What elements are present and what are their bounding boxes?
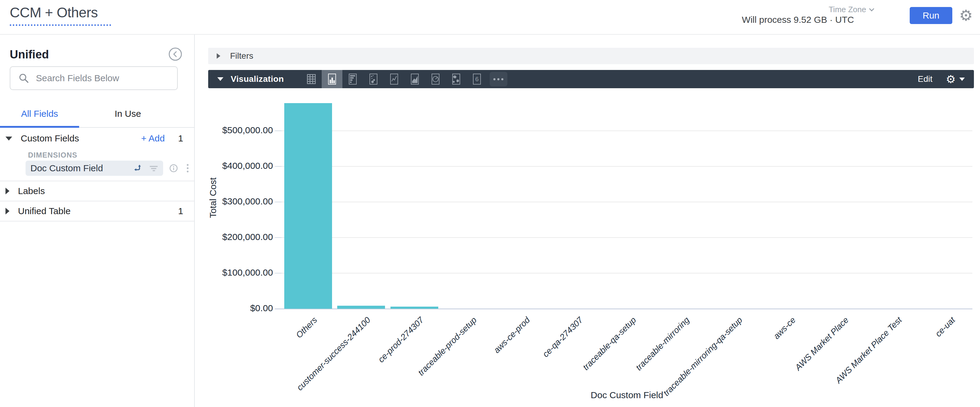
caret-right-icon [5,188,10,194]
caret-down-icon[interactable] [217,77,223,81]
viz-type-map-icon[interactable] [446,70,466,88]
caret-down-icon[interactable] [959,78,965,81]
collapse-sidebar-button[interactable] [168,47,183,62]
caret-right-icon [5,208,10,215]
visualization-label: Visualization [231,74,284,84]
gridline [282,237,972,238]
y-axis-tick-mark [275,273,282,273]
custom-field-row: Doc Custom Field [25,161,189,176]
chart-type-strip: 6 [301,70,508,88]
gridline [282,202,972,202]
section-labels[interactable]: Labels [0,181,194,201]
section-custom-fields[interactable]: Custom Fields + Add 1 [0,128,194,149]
tab-all-fields[interactable]: All Fields [0,100,79,127]
y-axis-tick-mark [275,202,282,202]
viz-type-line-icon[interactable] [384,70,404,88]
viz-type-bar-icon[interactable] [342,70,363,88]
search-placeholder: Search Fields Below [36,73,119,83]
tab-in-use[interactable]: In Use [79,100,177,127]
search-icon [18,73,29,84]
viz-type-scatter-icon[interactable] [363,70,384,88]
divider [0,221,194,221]
section-label: Custom Fields [21,133,79,143]
caret-down-icon [5,137,12,140]
gridline [282,166,972,167]
section-label: Unified Table [18,206,71,216]
svg-text:6: 6 [475,76,479,83]
viz-settings-gear-icon[interactable]: ⚙ [946,73,956,86]
viz-type-pie-icon[interactable] [425,70,446,88]
bar[interactable] [284,103,332,309]
gridline [282,273,972,273]
viz-type-column-icon[interactable] [322,70,342,88]
dimensions-header: DIMENSIONS [28,151,77,159]
add-custom-field-button[interactable]: + Add [141,133,165,143]
field-doc-custom-field[interactable]: Doc Custom Field [25,161,163,176]
process-size-text: Will process 9.52 GB · UTC [742,14,854,25]
bar[interactable] [390,307,438,309]
chevron-down-icon [869,6,874,11]
kebab-menu-icon[interactable] [186,163,189,173]
y-axis-tick-mark [275,130,282,131]
time-zone-label: Time Zone [829,5,866,14]
run-button[interactable]: Run [910,7,952,24]
section-unified-table[interactable]: Unified Table 1 [0,201,194,221]
header: CCM + Others Time Zone Will process 9.52… [0,0,980,35]
filters-expander[interactable]: Filters [208,48,974,64]
field-tabs: All Fields In Use [0,100,194,128]
y-axis-tick-mark [275,237,282,238]
viz-type-area-icon[interactable] [404,70,425,88]
section-count-badge: 1 [178,206,183,216]
page-title: CCM + Others [10,5,98,21]
info-icon[interactable] [169,163,178,173]
more-chart-types-button[interactable] [490,72,508,86]
field-label: Doc Custom Field [30,163,133,173]
settings-gear-icon[interactable]: ⚙ [958,7,975,24]
search-fields-input[interactable]: Search Fields Below [10,66,178,90]
viz-type-single-value-icon[interactable]: 6 [466,70,487,88]
filters-label: Filters [230,51,253,61]
viz-type-table-icon[interactable] [301,70,322,88]
caret-right-icon [217,53,220,59]
filter-icon[interactable] [149,164,158,173]
query-title-wrap[interactable]: CCM + Others [10,4,111,26]
viz-right-controls: Edit ⚙ [918,73,974,86]
explore-name: Unified [10,48,49,61]
pivot-icon[interactable] [133,164,142,173]
field-picker-sidebar: Unified Search Fields Below All Fields I… [0,35,195,407]
time-zone-selector[interactable]: Time Zone [829,5,873,14]
chevron-left-circle-icon [168,47,183,62]
x-axis-title: Doc Custom Field [323,390,931,400]
bar[interactable] [337,306,385,309]
section-label: Labels [18,186,45,196]
edit-viz-button[interactable]: Edit [918,74,932,84]
section-count-badge: 1 [178,133,183,143]
visualization-toolbar: Visualization [208,70,974,88]
gridline [282,130,972,131]
y-axis-tick-mark [275,166,282,167]
